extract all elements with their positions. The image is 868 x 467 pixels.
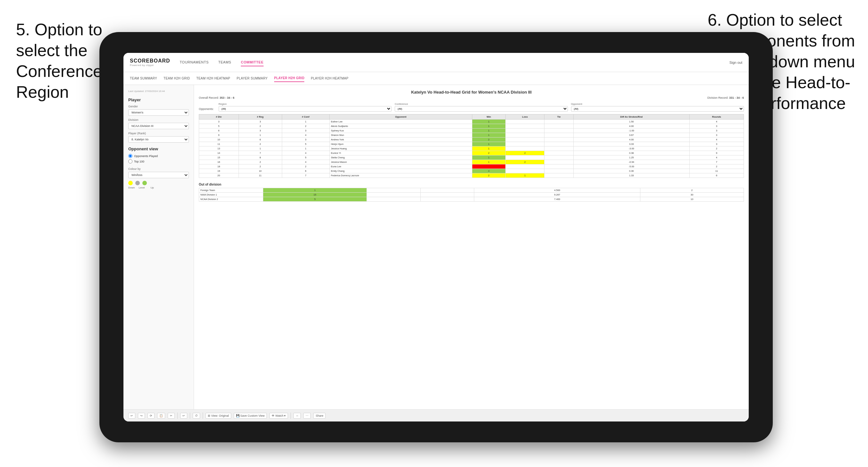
cell-rounds: 2 <box>689 164 744 169</box>
toolbar-watch[interactable]: 👁 Watch ▾ <box>269 413 288 418</box>
nav-tab-tournaments[interactable]: TOURNAMENTS <box>180 59 209 66</box>
sidebar: Last Updated: 27/03/2024 16:44 Player Ge… <box>123 85 194 409</box>
toolbar-resize[interactable]: ↔ <box>293 413 301 418</box>
sub-tab-team-summary[interactable]: TEAM SUMMARY <box>130 75 157 82</box>
cell-diff: -3.00 <box>573 147 689 151</box>
cell-win: 1 <box>472 142 505 147</box>
cell-rounds: 4 <box>689 155 744 160</box>
nav-tab-teams[interactable]: TEAMS <box>218 59 231 66</box>
colour-by-label: Colour by <box>128 167 189 170</box>
radio-top100[interactable]: Top 100 <box>128 159 189 163</box>
col-conf: # Conf <box>282 115 329 120</box>
toolbar-undo2[interactable]: ↪ <box>138 413 145 418</box>
toolbar-more[interactable]: ⋯ <box>303 413 311 418</box>
cell-diff: -1.00 <box>573 128 689 133</box>
cell-opponent: Jessica Huang <box>329 147 472 151</box>
cell-loss: 1 <box>505 174 545 178</box>
cell-reg: 11 <box>239 174 282 178</box>
toolbar-save-custom[interactable]: 💾 Save Custom View <box>234 413 267 418</box>
table-row: 18 2 2 Euna Lee -5.00 2 <box>199 164 744 169</box>
cell-conf: 5 <box>282 142 329 147</box>
cell-conf: 4 <box>282 160 329 164</box>
radio-opponents-played[interactable]: Opponents Played <box>128 154 189 158</box>
cell-tie <box>545 164 573 169</box>
cell-win: 1 <box>472 124 505 128</box>
level-label: Level <box>138 186 145 189</box>
player-rank-select[interactable]: 8. Katelyn Vo <box>128 136 189 143</box>
cell-diff: -0.94 <box>573 160 689 164</box>
out-division-row: Foreign Team 1 4.500 2 <box>199 188 744 193</box>
cell-tie <box>545 160 573 164</box>
sub-tab-player-h2h-heatmap[interactable]: PLAYER H2H HEATMAP <box>311 75 348 82</box>
cell-loss <box>505 124 545 128</box>
cell-div: 16 <box>199 160 239 164</box>
cell-div: 6 <box>199 128 239 133</box>
last-updated: Last Updated: 27/03/2024 16:44 <box>128 90 189 93</box>
sub-tab-team-h2h-grid[interactable]: TEAM H2H GRID <box>163 75 190 82</box>
cell-opponent: Andrea York <box>329 137 472 142</box>
table-row: 15 8 5 Stella Cheng 1 1.25 4 <box>199 155 744 160</box>
cell-reg: 6 <box>239 137 282 142</box>
sign-out-link[interactable]: Sign out <box>730 61 742 64</box>
down-label: Down <box>128 186 135 189</box>
out-division-table: Foreign Team 1 4.500 2 NAIA Division 1 1… <box>199 188 744 201</box>
cell-win: 1 <box>472 155 505 160</box>
up-label: Up <box>151 186 154 189</box>
cell-tie <box>545 133 573 137</box>
division-record: Division Record: 331 - 34 - 6 <box>707 96 744 99</box>
toolbar-view-original[interactable]: ⊞ View: Original <box>206 413 231 418</box>
cell-tie <box>545 120 573 124</box>
region-filter-select[interactable]: (All) <box>219 106 392 112</box>
cell-conf: 5 <box>282 155 329 160</box>
cell-win: 2 <box>472 151 505 155</box>
col-tie: Tie <box>545 115 573 120</box>
cell-rounds: 11 <box>689 169 744 174</box>
toolbar-share[interactable]: Share <box>313 413 326 418</box>
region-filter-label: Region <box>219 102 392 105</box>
cell-diff: 1.25 <box>573 155 689 160</box>
cell-tie <box>421 193 474 197</box>
sub-tab-player-summary[interactable]: PLAYER SUMMARY <box>237 75 268 82</box>
toolbar-undo[interactable]: ↩ <box>128 413 135 418</box>
dot-down <box>128 181 133 185</box>
cell-opponent: Euna Lee <box>329 164 472 169</box>
table-row: 10 6 3 Andrea York 2 4.00 4 <box>199 137 744 142</box>
toolbar-refresh[interactable]: ⟳ <box>148 413 155 418</box>
gender-select[interactable]: Women's <box>128 109 189 116</box>
nav-tab-committee[interactable]: COMMITTEE <box>241 59 264 66</box>
cell-loss <box>505 128 545 133</box>
out-division-row: NAIA Division 1 15 9.267 30 <box>199 193 744 197</box>
opponent-filter-select[interactable]: (All) <box>571 106 744 112</box>
cell-win: 15 <box>263 193 367 197</box>
cell-div: 13 <box>199 147 239 151</box>
app-header: SCOREBOARD Powered by clippd TOURNAMENTS… <box>123 53 749 72</box>
toolbar-scissors[interactable]: ✂ <box>168 413 175 418</box>
conference-filter-label: Conference <box>395 102 567 105</box>
table-row: 13 1 1 Jessica Huang 1 -3.00 2 <box>199 147 744 151</box>
cell-div: 11 <box>199 142 239 147</box>
cell-diff: 4.00 <box>573 124 689 128</box>
division-select[interactable]: NCAA Division III <box>128 123 189 129</box>
sub-tab-player-h2h-grid[interactable]: PLAYER H2H GRID <box>274 75 305 82</box>
col-rounds: Rounds <box>689 115 744 120</box>
opponent-filter-group: Opponent (All) <box>571 102 744 112</box>
cell-rounds: 3 <box>689 133 744 137</box>
table-row: 6 3 3 Sydney Kuo 1 -1.00 3 <box>199 128 744 133</box>
cell-loss <box>367 197 421 201</box>
colour-by-select[interactable]: Win/loss <box>128 172 189 178</box>
cell-rounds: 2 <box>689 147 744 151</box>
cell-reg: 3 <box>239 120 282 124</box>
cell-loss <box>505 169 545 174</box>
toolbar-back[interactable]: ↩ <box>180 413 187 418</box>
colour-dots <box>128 181 189 185</box>
sub-tab-team-h2h-heatmap[interactable]: TEAM H2H HEATMAP <box>196 75 230 82</box>
cell-tie <box>545 128 573 133</box>
toolbar-copy[interactable]: 📋 <box>157 413 165 418</box>
table-row: 3 3 1 Esther Lee 1 1.50 4 <box>199 120 744 124</box>
cell-tie <box>421 197 474 201</box>
cell-opponent: Jessica Mason <box>329 160 472 164</box>
toolbar-clock[interactable]: ⏱ <box>193 413 200 418</box>
cell-loss <box>505 147 545 151</box>
cell-conf: 7 <box>282 174 329 178</box>
conference-filter-select[interactable]: (All) <box>395 106 567 112</box>
